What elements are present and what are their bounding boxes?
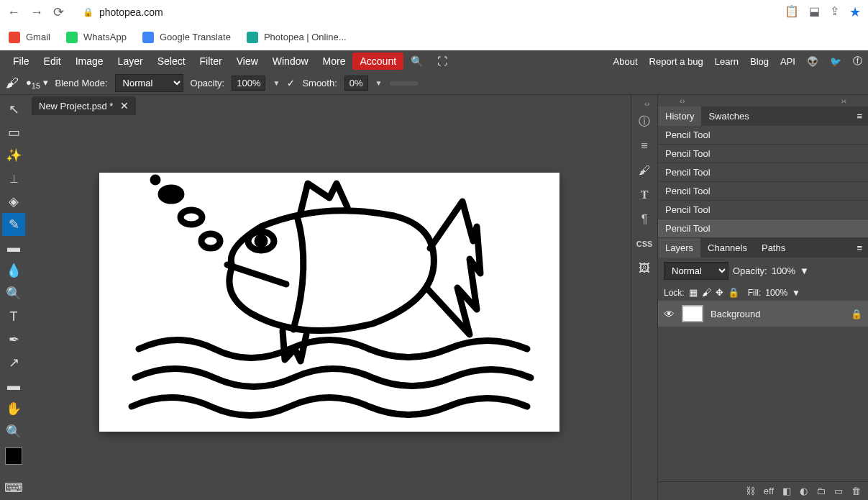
bookmark-gmail[interactable]: Gmail: [9, 32, 50, 43]
lock-all-icon[interactable]: 🔒: [728, 287, 739, 298]
opacity-value[interactable]: 100%: [232, 76, 265, 91]
history-item[interactable]: Pencil Tool: [658, 201, 868, 219]
layer-blend-select[interactable]: Normal: [664, 262, 728, 280]
fill-dropdown-icon[interactable]: ▼: [792, 288, 800, 298]
clipboard-icon[interactable]: 📋: [785, 4, 799, 20]
dodge-tool[interactable]: 🔍: [2, 282, 25, 305]
marquee-tool[interactable]: ▭: [2, 121, 25, 144]
install-icon[interactable]: ⬓: [809, 4, 820, 20]
brush-preset[interactable]: ●15 ▾: [26, 77, 48, 90]
layer-opacity-value[interactable]: 100%: [772, 265, 795, 276]
forward-button[interactable]: →: [30, 5, 43, 20]
menu-learn[interactable]: Learn: [715, 56, 739, 67]
bookmark-translate[interactable]: Google Translate: [142, 32, 231, 43]
menu-filter[interactable]: Filter: [193, 52, 229, 71]
twitter-icon[interactable]: 🐦: [830, 56, 841, 67]
fill-value[interactable]: 100%: [765, 288, 787, 298]
reload-button[interactable]: ⟳: [53, 4, 64, 20]
layer-row[interactable]: 👁 Background 🔒: [658, 301, 868, 327]
shape-tool[interactable]: ▬: [2, 374, 25, 397]
tab-layers[interactable]: Layers: [658, 238, 700, 258]
menu-select[interactable]: Select: [150, 52, 193, 71]
share-icon[interactable]: ⇪: [830, 4, 839, 20]
menu-bug[interactable]: Report a bug: [649, 56, 703, 67]
type-tool[interactable]: T: [2, 305, 25, 328]
layer-opacity-dropdown-icon[interactable]: ▼: [800, 265, 809, 276]
delete-layer-icon[interactable]: 🗑: [851, 486, 861, 496]
address-bar[interactable]: 🔒 photopea.com: [74, 6, 775, 18]
search-icon[interactable]: 🔍: [403, 52, 430, 71]
pencil-tool[interactable]: ✎: [2, 213, 25, 236]
blend-mode-select[interactable]: Normal: [115, 74, 183, 92]
layer-thumbnail[interactable]: [682, 305, 703, 322]
css-panel-icon[interactable]: CSS: [632, 232, 657, 256]
reddit-icon[interactable]: 👽: [807, 56, 818, 67]
menu-view[interactable]: View: [229, 52, 265, 71]
menu-image[interactable]: Image: [68, 52, 111, 71]
tab-channels[interactable]: Channels: [700, 238, 754, 258]
lock-move-icon[interactable]: ✥: [716, 287, 723, 298]
menu-blog[interactable]: Blog: [750, 56, 769, 67]
history-item[interactable]: Pencil Tool: [658, 126, 868, 145]
color-picker[interactable]: [5, 447, 22, 465]
character-panel-icon[interactable]: T: [632, 183, 657, 207]
history-item[interactable]: Pencil Tool: [658, 219, 868, 238]
menu-layer[interactable]: Layer: [111, 52, 150, 71]
tab-history[interactable]: History: [658, 106, 701, 126]
keyboard-icon[interactable]: ⌨: [2, 476, 25, 499]
move-tool[interactable]: ↖: [2, 98, 25, 121]
eyedropper-tool[interactable]: ◈: [2, 190, 25, 213]
path-tool[interactable]: ↗: [2, 351, 25, 374]
opacity-dropdown-icon[interactable]: ▼: [273, 79, 280, 87]
smooth-slider[interactable]: [390, 81, 419, 86]
tab-swatches[interactable]: Swatches: [701, 106, 756, 126]
facebook-icon[interactable]: ⓕ: [853, 55, 862, 68]
document-tab[interactable]: New Project.psd * ✕: [32, 96, 136, 115]
link-layers-icon[interactable]: ⛓: [746, 486, 755, 496]
history-menu-icon[interactable]: ≡: [851, 108, 868, 124]
menu-window[interactable]: Window: [265, 52, 316, 71]
brush-icon[interactable]: 🖌: [6, 76, 19, 91]
hand-tool[interactable]: ✋: [2, 397, 25, 420]
lock-pixels-icon[interactable]: ▦: [689, 287, 698, 298]
history-item[interactable]: Pencil Tool: [658, 182, 868, 201]
zoom-tool[interactable]: 🔍: [2, 420, 25, 443]
pen-tool[interactable]: ✒: [2, 328, 25, 351]
bookmark-photopea[interactable]: Photopea | Online...: [247, 32, 347, 43]
expand-icon[interactable]: ›‹: [841, 96, 846, 105]
collapse-left-icon[interactable]: ‹›: [644, 99, 649, 108]
tab-paths[interactable]: Paths: [754, 238, 792, 258]
menu-edit[interactable]: Edit: [37, 52, 68, 71]
blur-tool[interactable]: 💧: [2, 259, 25, 282]
new-layer-icon[interactable]: ▭: [834, 486, 843, 496]
new-folder-icon[interactable]: 🗀: [816, 486, 826, 496]
canvas[interactable]: [99, 173, 559, 432]
visibility-icon[interactable]: 👁: [664, 308, 675, 320]
history-item[interactable]: Pencil Tool: [658, 163, 868, 182]
layers-menu-icon[interactable]: ≡: [851, 240, 868, 256]
menu-api[interactable]: API: [780, 56, 795, 67]
collapse-icon[interactable]: ‹›: [680, 96, 685, 105]
crop-tool[interactable]: ⟂: [2, 167, 25, 190]
eraser-tool[interactable]: ▬: [2, 236, 25, 259]
smooth-dropdown-icon[interactable]: ▼: [375, 79, 383, 87]
lock-brush-icon[interactable]: 🖌: [702, 287, 711, 298]
menu-about[interactable]: About: [613, 56, 638, 67]
adjustment-layer-icon[interactable]: ◐: [800, 486, 808, 496]
bookmark-whatsapp[interactable]: WhatsApp: [66, 32, 127, 43]
paragraph-panel-icon[interactable]: ¶: [632, 207, 657, 232]
brush-panel-icon[interactable]: 🖌: [632, 158, 657, 183]
back-button[interactable]: ←: [7, 5, 20, 20]
image-panel-icon[interactable]: 🖼: [632, 256, 657, 281]
airbrush-icon[interactable]: ✓: [287, 78, 295, 88]
close-tab-icon[interactable]: ✕: [120, 100, 129, 112]
info-panel-icon[interactable]: ⓘ: [632, 109, 657, 134]
history-item[interactable]: Pencil Tool: [658, 145, 868, 163]
layer-effects-icon[interactable]: eff: [764, 486, 774, 496]
bookmark-star-icon[interactable]: ★: [849, 4, 861, 20]
menu-account[interactable]: Account: [352, 53, 403, 70]
smooth-value[interactable]: 0%: [344, 76, 368, 91]
fullscreen-icon[interactable]: ⛶: [430, 52, 454, 71]
menu-file[interactable]: File: [6, 52, 37, 71]
layer-mask-icon[interactable]: ◧: [782, 486, 791, 496]
